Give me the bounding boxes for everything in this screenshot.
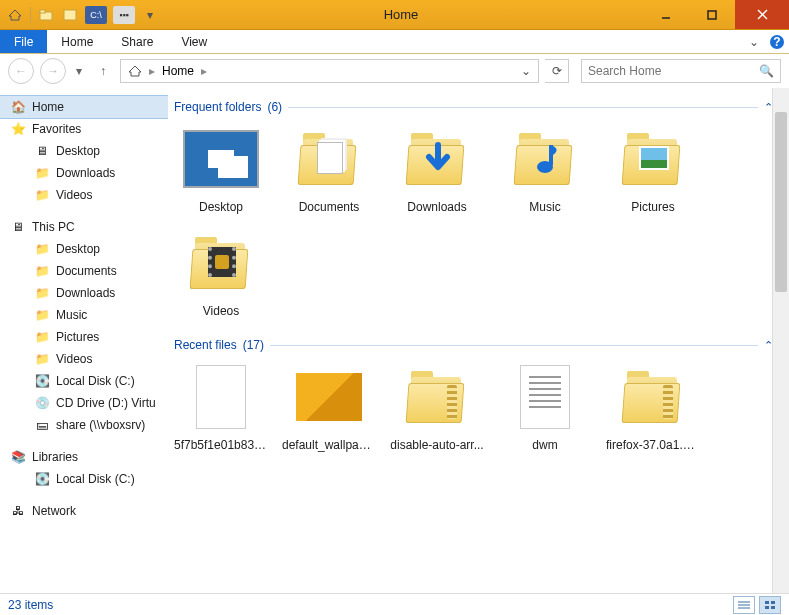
folder-icon: 📁 bbox=[34, 329, 50, 345]
tile-downloads[interactable]: Downloads bbox=[390, 124, 484, 214]
tile-music[interactable]: Music bbox=[498, 124, 592, 214]
tree-pc-cddrive[interactable]: 💿CD Drive (D:) Virtu bbox=[0, 392, 168, 414]
tree-pc-videos[interactable]: 📁Videos bbox=[0, 348, 168, 370]
forward-button[interactable]: → bbox=[40, 58, 66, 84]
desktop-icon bbox=[183, 130, 259, 188]
network-drive-icon: 🖴 bbox=[34, 417, 50, 433]
tile-recent-file[interactable]: 5f7b5f1e01b8376... bbox=[174, 362, 268, 452]
refresh-button[interactable]: ⟳ bbox=[545, 59, 569, 83]
breadcrumb-separator[interactable]: ▸ bbox=[149, 64, 155, 78]
tree-label: Videos bbox=[56, 352, 92, 366]
breadcrumb-home-icon[interactable] bbox=[125, 64, 145, 78]
drive-icon: 💽 bbox=[34, 471, 50, 487]
pc-icon: 🖥 bbox=[10, 219, 26, 235]
breadcrumb-item[interactable]: Home bbox=[159, 64, 197, 78]
tile-label: Downloads bbox=[407, 200, 466, 214]
folder-icon: 📁 bbox=[34, 351, 50, 367]
tree-network[interactable]: 🖧Network bbox=[0, 500, 168, 522]
svg-rect-4 bbox=[708, 11, 716, 19]
tree-pc-documents[interactable]: 📁Documents bbox=[0, 260, 168, 282]
tile-label: 5f7b5f1e01b8376... bbox=[174, 438, 268, 452]
tree-label: Libraries bbox=[32, 450, 78, 464]
ribbon-collapse-icon[interactable]: ⌄ bbox=[743, 30, 765, 53]
folder-icon: 📁 bbox=[34, 241, 50, 257]
tile-recent-zip[interactable]: firefox-37.0a1.en... bbox=[606, 362, 700, 452]
tree-favorites[interactable]: ⭐Favorites bbox=[0, 118, 168, 140]
qat-cmd-icon[interactable]: C:\ bbox=[85, 6, 107, 24]
tile-videos[interactable]: Videos bbox=[174, 228, 268, 318]
qat-cmd2-icon[interactable]: ▪▪▪ bbox=[113, 6, 135, 24]
tree-label: Local Disk (C:) bbox=[56, 472, 135, 486]
tree-pc-share[interactable]: 🖴share (\\vboxsrv) bbox=[0, 414, 168, 436]
tree-thispc[interactable]: 🖥This PC bbox=[0, 216, 168, 238]
close-button[interactable] bbox=[735, 0, 789, 29]
tree-label: This PC bbox=[32, 220, 75, 234]
svg-rect-14 bbox=[771, 601, 775, 604]
tab-share[interactable]: Share bbox=[107, 30, 167, 53]
folder-icon: 📁 bbox=[34, 165, 50, 181]
tile-pictures[interactable]: Pictures bbox=[606, 124, 700, 214]
status-text: 23 items bbox=[8, 598, 53, 612]
tree-lib-cdrive[interactable]: 💽Local Disk (C:) bbox=[0, 468, 168, 490]
tree-label: Pictures bbox=[56, 330, 99, 344]
tile-documents[interactable]: Documents bbox=[282, 124, 376, 214]
tab-view[interactable]: View bbox=[167, 30, 221, 53]
svg-rect-15 bbox=[765, 606, 769, 609]
history-dropdown-icon[interactable]: ▾ bbox=[72, 64, 86, 78]
tile-label: Documents bbox=[299, 200, 360, 214]
blank-file-icon bbox=[196, 365, 246, 429]
group-divider bbox=[270, 345, 758, 346]
maximize-button[interactable] bbox=[689, 0, 735, 29]
tree-fav-videos[interactable]: 📁Videos bbox=[0, 184, 168, 206]
folder-downloads-icon bbox=[407, 133, 467, 185]
scrollbar-thumb[interactable] bbox=[775, 112, 787, 292]
tree-pc-music[interactable]: 📁Music bbox=[0, 304, 168, 326]
up-button[interactable]: ↑ bbox=[92, 60, 114, 82]
tree-pc-desktop[interactable]: 📁Desktop bbox=[0, 238, 168, 260]
recent-grid: 5f7b5f1e01b8376... default_wallpape... d… bbox=[174, 362, 779, 452]
qat-home-icon[interactable] bbox=[6, 6, 24, 24]
back-button[interactable]: ← bbox=[8, 58, 34, 84]
tile-recent-zip[interactable]: disable-auto-arr... bbox=[390, 362, 484, 452]
tree-pc-cdrive[interactable]: 💽Local Disk (C:) bbox=[0, 370, 168, 392]
tab-home[interactable]: Home bbox=[47, 30, 107, 53]
help-button[interactable]: ? bbox=[765, 30, 789, 53]
tile-label: firefox-37.0a1.en... bbox=[606, 438, 700, 452]
tree-fav-desktop[interactable]: 🖥Desktop bbox=[0, 140, 168, 162]
tree-fav-downloads[interactable]: 📁Downloads bbox=[0, 162, 168, 184]
minimize-button[interactable] bbox=[643, 0, 689, 29]
search-input[interactable] bbox=[588, 64, 759, 78]
addressbar-dropdown-icon[interactable]: ⌄ bbox=[518, 64, 534, 78]
search-box[interactable]: 🔍 bbox=[581, 59, 781, 83]
svg-rect-2 bbox=[64, 10, 76, 20]
window-buttons bbox=[643, 0, 789, 29]
tree-label: Documents bbox=[56, 264, 117, 278]
tile-label: dwm bbox=[532, 438, 557, 452]
qat-dropdown-icon[interactable]: ▾ bbox=[141, 6, 159, 24]
file-tab[interactable]: File bbox=[0, 30, 47, 53]
tile-recent-image[interactable]: default_wallpape... bbox=[282, 362, 376, 452]
content-pane: Frequent folders (6) ⌃ Desktop Documents… bbox=[168, 88, 789, 593]
tree-pc-downloads[interactable]: 📁Downloads bbox=[0, 282, 168, 304]
qat-newfolder-icon[interactable] bbox=[37, 6, 55, 24]
scrollbar[interactable] bbox=[772, 88, 789, 593]
tree-libraries[interactable]: 📚Libraries bbox=[0, 446, 168, 468]
tile-label: Music bbox=[529, 200, 560, 214]
search-icon[interactable]: 🔍 bbox=[759, 64, 774, 78]
tile-desktop[interactable]: Desktop bbox=[174, 124, 268, 214]
tree-home[interactable]: 🏠Home bbox=[0, 96, 168, 118]
tile-recent-textdoc[interactable]: dwm bbox=[498, 362, 592, 452]
group-frequent-header[interactable]: Frequent folders (6) ⌃ bbox=[174, 100, 779, 114]
tree-label: share (\\vboxsrv) bbox=[56, 418, 145, 432]
qat-properties-icon[interactable] bbox=[61, 6, 79, 24]
view-icons-button[interactable] bbox=[759, 596, 781, 614]
tree-pc-pictures[interactable]: 📁Pictures bbox=[0, 326, 168, 348]
breadcrumb-separator[interactable]: ▸ bbox=[201, 64, 207, 78]
tree-label: Network bbox=[32, 504, 76, 518]
view-details-button[interactable] bbox=[733, 596, 755, 614]
nav-row: ← → ▾ ↑ ▸ Home ▸ ⌄ ⟳ 🔍 bbox=[0, 54, 789, 88]
drive-icon: 💽 bbox=[34, 373, 50, 389]
group-recent-header[interactable]: Recent files (17) ⌃ bbox=[174, 338, 779, 352]
address-bar[interactable]: ▸ Home ▸ ⌄ bbox=[120, 59, 539, 83]
folder-documents-icon bbox=[299, 133, 359, 185]
